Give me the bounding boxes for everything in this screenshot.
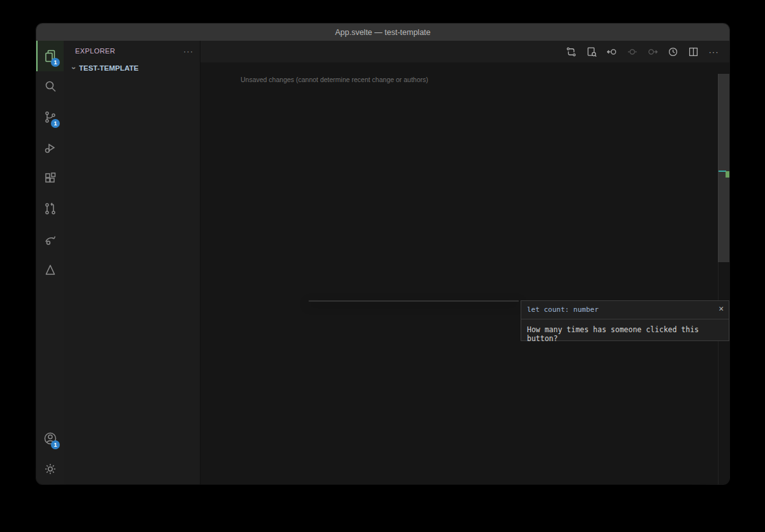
sidebar-item-explorer[interactable]: 1 bbox=[36, 41, 64, 71]
explorer-badge: 1 bbox=[51, 58, 60, 67]
tree-root-test-template[interactable]: › TEST-TEMPLATE bbox=[64, 61, 200, 75]
editor-actions: ··· bbox=[556, 41, 729, 62]
suggest-widget bbox=[309, 300, 519, 302]
azure-icon bbox=[43, 262, 58, 277]
sidebar-item-pull-requests[interactable] bbox=[36, 193, 64, 224]
chevron-down-icon: › bbox=[69, 63, 78, 73]
breadcrumbs bbox=[200, 62, 729, 74]
sidebar-item-extensions[interactable] bbox=[36, 163, 64, 193]
current-change-icon[interactable] bbox=[626, 45, 639, 59]
live-share-icon bbox=[43, 232, 58, 247]
scrollbar-thumb[interactable] bbox=[718, 74, 729, 262]
blame-annotation: Unsaved changes (cannot determine recent… bbox=[241, 76, 428, 83]
code-editor[interactable]: Unsaved changes (cannot determine recent… bbox=[200, 74, 729, 484]
accounts-badge: 1 bbox=[51, 440, 60, 449]
sidebar-item-live-share[interactable] bbox=[36, 224, 64, 255]
window-title: App.svelte — test-template bbox=[36, 28, 729, 37]
sidebar-item-search[interactable] bbox=[36, 71, 64, 102]
close-icon[interactable]: ✕ bbox=[719, 304, 724, 313]
file-history-icon[interactable] bbox=[666, 45, 680, 59]
search-icon bbox=[43, 79, 58, 94]
source-control-badge: 1 bbox=[51, 119, 60, 128]
editor-group: ··· Unsaved changes (cannot determine re… bbox=[200, 41, 729, 484]
tab-bar: ··· bbox=[200, 41, 729, 62]
suggestion-signature: let count: number bbox=[521, 301, 729, 314]
titlebar: App.svelte — test-template bbox=[36, 24, 729, 41]
sidebar-explorer: EXPLORER ··· › TEST-TEMPLATE bbox=[64, 41, 200, 484]
suggestion-documentation: How many times has someone clicked this … bbox=[521, 319, 729, 343]
next-change-icon[interactable] bbox=[646, 45, 659, 59]
overview-modified-marker bbox=[726, 171, 729, 178]
scrollbar-track[interactable] bbox=[718, 74, 729, 484]
run-debug-icon bbox=[43, 140, 58, 155]
more-actions-icon[interactable]: ··· bbox=[707, 45, 720, 59]
explorer-header-label: EXPLORER bbox=[75, 47, 183, 55]
explorer-more-actions-icon[interactable]: ··· bbox=[183, 46, 193, 56]
sidebar-item-source-control[interactable]: 1 bbox=[36, 102, 64, 132]
settings-button[interactable] bbox=[36, 454, 64, 484]
previous-change-icon[interactable] bbox=[605, 45, 619, 59]
compare-changes-icon[interactable] bbox=[565, 45, 578, 59]
sidebar-item-run-debug[interactable] bbox=[36, 132, 64, 163]
split-editor-icon[interactable] bbox=[687, 45, 700, 59]
open-changes-icon[interactable] bbox=[585, 45, 598, 59]
sidebar-item-azure[interactable] bbox=[36, 255, 64, 285]
accounts-button[interactable]: 1 bbox=[36, 423, 64, 454]
vscode-window: App.svelte — test-template 1 bbox=[36, 24, 729, 484]
root-folder-label: TEST-TEMPLATE bbox=[79, 64, 200, 72]
gear-icon bbox=[43, 461, 58, 477]
suggest-details-panel: ✕ let count: number How many times has s… bbox=[521, 300, 729, 341]
extensions-icon bbox=[43, 171, 58, 186]
activity-bar: 1 1 bbox=[36, 41, 64, 484]
pull-request-icon bbox=[43, 201, 58, 216]
